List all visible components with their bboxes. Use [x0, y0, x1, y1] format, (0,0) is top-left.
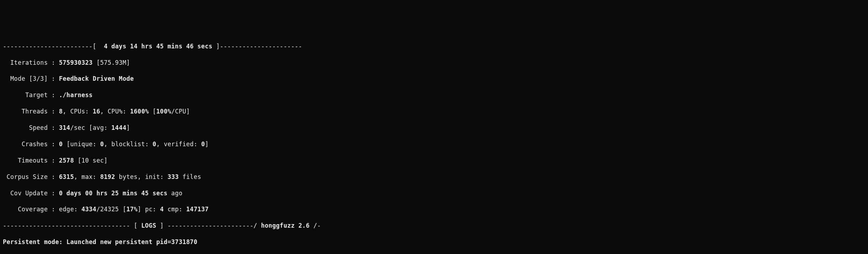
runtime: 4 days 14 hrs 45 mins 46 secs	[104, 43, 212, 50]
mode-label: Mode	[10, 75, 25, 82]
target-value: ./harness	[59, 91, 93, 99]
avg-value: 1444	[112, 124, 126, 131]
timeouts-window: [10 sec]	[78, 157, 108, 164]
crashes-value: 0	[59, 141, 63, 148]
cmp-label: cmp:	[168, 206, 183, 213]
logs-header-line: ---------------------------------- [ LOG…	[3, 222, 865, 230]
init-label: init:	[145, 173, 164, 180]
coverage-label: Coverage	[18, 206, 48, 213]
max-value: 8192	[100, 173, 115, 180]
covupdate-label: Cov Update	[10, 190, 48, 197]
cmp-value: 147137	[186, 206, 208, 213]
mode-line: Mode [3/3] : Feedback Driven Mode	[3, 75, 865, 83]
iterations-value: 575930323	[59, 59, 93, 66]
threads-value: 8	[59, 108, 63, 115]
threads-line: Threads : 8, CPUs: 16, CPU%: 1600% [100%…	[3, 107, 865, 116]
speed-label: Speed	[29, 124, 48, 131]
percpu-suffix: /CPU]	[171, 108, 190, 115]
iterations-line: Iterations : 575930323 [575.93M]	[3, 59, 865, 67]
mode-idx: [3/3]	[29, 75, 48, 82]
init-value: 333	[168, 173, 179, 180]
unique-value: 0	[100, 141, 104, 148]
threads-label: Threads	[22, 108, 48, 115]
verified-value: 0	[201, 141, 205, 148]
speed-unit: /sec	[70, 124, 85, 131]
mode-value: Feedback Driven Mode	[59, 75, 134, 82]
crashes-label: Crashes	[22, 141, 48, 148]
pc-value: 4	[160, 206, 164, 213]
edge-pct: 17%	[126, 206, 138, 213]
timeouts-label: Timeouts	[18, 157, 48, 164]
crashes-line: Crashes : 0 [unique: 0, blocklist: 0, ve…	[3, 140, 865, 148]
speed-value: 314	[59, 124, 70, 131]
covupdate-value: 0 days 00 hrs 25 mins 45 secs	[59, 190, 168, 197]
coverage-line: Coverage : edge: 4334/24325 [17%] pc: 4 …	[3, 205, 865, 213]
init-unit: files	[183, 173, 201, 180]
blocklist-label: blocklist:	[112, 141, 149, 148]
target-line: Target : ./harness	[3, 91, 865, 99]
covupdate-suffix: ago	[171, 190, 183, 197]
corpus-label: Corpus Size	[7, 173, 48, 180]
header-line: ------------------------[ 4 days 14 hrs …	[3, 42, 865, 51]
max-label: max:	[81, 173, 96, 180]
cpupct-value: 1600%	[130, 108, 149, 115]
corpus-value: 6315	[59, 173, 74, 180]
iterations-human: [575.93M]	[96, 59, 130, 66]
edge-label: edge:	[59, 206, 78, 213]
terminal-output: ------------------------[ 4 days 14 hrs …	[3, 34, 865, 254]
covupdate-line: Cov Update : 0 days 00 hrs 25 mins 45 se…	[3, 189, 865, 197]
cpus-label: CPUs:	[70, 108, 89, 115]
cpus-value: 16	[93, 108, 100, 115]
speed-line: Speed : 314/sec [avg: 1444]	[3, 124, 865, 132]
unique-label: [unique:	[66, 141, 96, 148]
edge-den: /24325	[96, 206, 119, 213]
logs-title: LOGS	[141, 222, 156, 229]
edge-num: 4334	[81, 206, 96, 213]
tool-name: honggfuzz 2.6	[261, 222, 310, 229]
log-line: Persistent mode: Launched new persistent…	[3, 238, 865, 246]
max-unit: bytes,	[119, 173, 141, 180]
avg-label: [avg:	[89, 124, 108, 131]
cpupct-label: CPU%:	[108, 108, 126, 115]
target-label: Target	[25, 91, 48, 99]
blocklist-value: 0	[153, 141, 157, 148]
corpus-line: Corpus Size : 6315, max: 8192 bytes, ini…	[3, 173, 865, 181]
timeouts-line: Timeouts : 2578 [10 sec]	[3, 157, 865, 165]
verified-label: verified:	[164, 141, 197, 148]
pc-label: pc:	[145, 206, 156, 213]
iterations-label: Iterations	[10, 59, 48, 66]
timeouts-value: 2578	[59, 157, 74, 164]
percpu-value: 100%	[156, 108, 171, 115]
